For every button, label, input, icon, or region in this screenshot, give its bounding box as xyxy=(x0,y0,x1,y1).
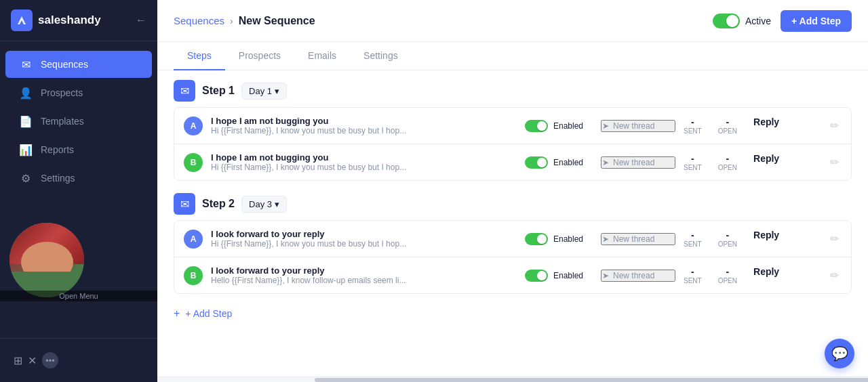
tab-prospects[interactable]: Prospects xyxy=(225,42,294,70)
main-content: Sequences › New Sequence Active + Add St… xyxy=(157,0,868,382)
more-button[interactable]: ••• xyxy=(42,352,58,368)
grid-icon[interactable]: ⊞ xyxy=(14,354,22,367)
step-2-day-chevron: ▾ xyxy=(275,199,279,209)
email-subject: I look forward to your reply xyxy=(211,266,517,276)
step-2-container: ✉ Step 2 Day 3 ▾ A I look forward to you… xyxy=(157,184,868,294)
sidebar-item-prospects-label: Prospects xyxy=(41,87,83,98)
sent-label: Sent xyxy=(684,164,702,171)
sent-label: Sent xyxy=(684,277,702,284)
horizontal-scrollbar-thumb xyxy=(315,378,868,382)
enabled-toggle-switch-s1b[interactable] xyxy=(525,156,548,169)
enabled-toggle-switch-s2a[interactable] xyxy=(525,233,548,245)
edit-button-s1a[interactable]: ✏ xyxy=(827,116,842,135)
edit-button-s2a[interactable]: ✏ xyxy=(827,230,842,248)
stat-sent-s1b: - Sent xyxy=(684,153,702,171)
chat-button[interactable]: 💬 xyxy=(825,339,854,368)
open-label: Open xyxy=(718,164,737,171)
step-1-day-label: Day 1 xyxy=(249,86,272,96)
reply-value-s2a: Reply xyxy=(753,230,779,240)
stats-s1b: - Sent - Open Reply xyxy=(684,153,819,171)
sidebar-item-templates[interactable]: 📄 Templates xyxy=(5,108,152,135)
enabled-toggle-switch-s2b[interactable] xyxy=(525,270,548,282)
sequences-icon: ✉ xyxy=(19,58,33,71)
new-thread-button-s1b[interactable]: ➤ New thread xyxy=(601,156,675,169)
breadcrumb-sequences-link[interactable]: Sequences xyxy=(174,15,224,26)
table-row: B I look forward to your reply Hello {{F… xyxy=(174,257,851,293)
tab-steps[interactable]: Steps xyxy=(174,42,225,70)
prospects-icon: 👤 xyxy=(19,86,33,100)
open-label: Open xyxy=(718,127,737,135)
stat-open-s1a: - Open xyxy=(718,116,737,135)
stats-s1a: - Sent - Open Reply xyxy=(684,116,819,135)
sent-value-s1a: - xyxy=(684,116,702,127)
open-value-s2a: - xyxy=(718,230,737,240)
stat-open-s1b: - Open xyxy=(718,153,737,171)
page-title: New Sequence xyxy=(239,15,315,27)
sent-value-s2b: - xyxy=(684,266,702,277)
edit-button-s2b[interactable]: ✏ xyxy=(827,266,842,284)
new-thread-label-s2a: New thread xyxy=(613,234,654,244)
send-icon: ➤ xyxy=(602,271,609,280)
stats-s2a: - Sent - Open Reply xyxy=(684,230,819,248)
open-menu-label: Open Menu xyxy=(0,291,157,301)
sidebar-bottom: ⊞ ✕ ••• xyxy=(0,338,157,382)
svg-marker-0 xyxy=(18,16,26,24)
enabled-text-s1b: Enabled xyxy=(553,158,583,167)
email-subject: I hope I am not bugging you xyxy=(211,116,517,126)
active-label: Active xyxy=(745,16,771,26)
breadcrumb: Sequences › New Sequence xyxy=(174,15,713,27)
enabled-toggle-s2a: Enabled xyxy=(525,233,593,245)
sidebar-item-templates-label: Templates xyxy=(41,116,84,127)
enabled-text-s2b: Enabled xyxy=(553,271,583,280)
add-step-inline-label: + Add Step xyxy=(185,308,232,319)
email-preview: Hi {{First Name}}, I know you must be bu… xyxy=(211,126,517,135)
new-thread-button-s1a[interactable]: ➤ New thread xyxy=(601,120,675,132)
step-1-day-button[interactable]: Day 1 ▾ xyxy=(241,83,287,100)
new-thread-button-s2b[interactable]: ➤ New thread xyxy=(601,270,675,282)
mini-knob xyxy=(537,271,547,280)
add-step-button[interactable]: + Add Step xyxy=(781,10,852,32)
step-2-day-button[interactable]: Day 3 ▾ xyxy=(241,196,287,213)
tab-settings[interactable]: Settings xyxy=(350,42,412,70)
step-1-header: ✉ Step 1 Day 1 ▾ xyxy=(174,70,852,107)
add-step-inline-button[interactable]: + + Add Step xyxy=(174,307,232,320)
step-2-header: ✉ Step 2 Day 3 ▾ xyxy=(174,184,852,220)
sent-value-s1b: - xyxy=(684,153,702,164)
active-toggle[interactable] xyxy=(713,14,740,28)
open-value-s1a: - xyxy=(718,116,737,127)
email-info: I look forward to your reply Hello {{Fir… xyxy=(211,266,517,285)
step-1-icon: ✉ xyxy=(174,80,195,102)
stat-open-s2b: - Open xyxy=(718,266,737,284)
table-row: B I hope I am not bugging you Hi {{First… xyxy=(174,144,851,180)
enabled-toggle-s1b: Enabled xyxy=(525,156,593,169)
step-1-container: ✉ Step 1 Day 1 ▾ A I hope I am not buggi… xyxy=(157,70,868,181)
tab-emails[interactable]: Emails xyxy=(294,42,350,70)
sidebar-collapse-button[interactable]: ← xyxy=(136,14,146,26)
mini-knob xyxy=(537,234,547,244)
sidebar-item-settings[interactable]: ⚙ Settings xyxy=(5,165,152,192)
edit-button-s1b[interactable]: ✏ xyxy=(827,153,842,171)
toggle-knob xyxy=(726,15,738,27)
sidebar-item-reports-label: Reports xyxy=(41,144,74,155)
new-thread-button-s2a[interactable]: ➤ New thread xyxy=(601,233,675,245)
horizontal-scrollbar[interactable] xyxy=(157,377,868,382)
step-2-label: Step 2 xyxy=(202,198,235,210)
sidebar-item-reports[interactable]: 📊 Reports xyxy=(5,136,152,163)
sidebar-item-prospects[interactable]: 👤 Prospects xyxy=(5,79,152,106)
stat-reply-s1a: Reply xyxy=(753,116,779,135)
avatar xyxy=(9,223,84,297)
tabs: Steps Prospects Emails Settings xyxy=(157,42,868,70)
close-icon[interactable]: ✕ xyxy=(28,354,37,367)
stat-reply-s2b: Reply xyxy=(753,266,779,284)
new-thread-label-s2b: New thread xyxy=(613,271,654,280)
sidebar-item-sequences[interactable]: ✉ Sequences xyxy=(5,51,152,78)
enabled-toggle-switch-s1a[interactable] xyxy=(525,120,548,132)
variant-b-badge-s2: B xyxy=(184,266,203,285)
step-1-day-chevron: ▾ xyxy=(275,86,279,96)
breadcrumb-separator: › xyxy=(230,16,233,26)
step-1-label: Step 1 xyxy=(202,85,235,97)
send-icon: ➤ xyxy=(602,234,609,244)
stat-sent-s2a: - Sent xyxy=(684,230,702,248)
stat-sent-s2b: - Sent xyxy=(684,266,702,284)
enabled-toggle-s1a: Enabled xyxy=(525,120,593,132)
